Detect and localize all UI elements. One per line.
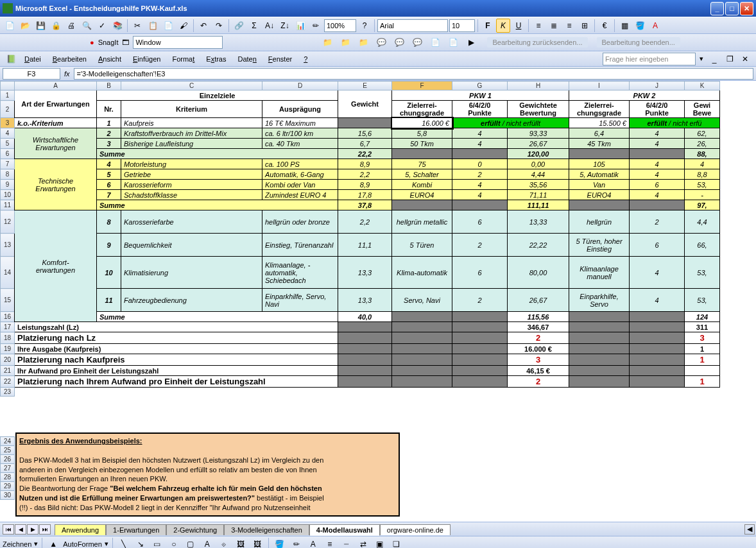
cell[interactable]: ca. 100 PS	[262, 159, 338, 169]
row-header[interactable]: 13	[1, 234, 15, 257]
picture-icon[interactable]: 🖼	[250, 537, 264, 549]
row-header[interactable]: 30	[1, 491, 15, 500]
cell[interactable]: Wirtschaftliche Erwartungen	[15, 128, 97, 159]
row-header[interactable]: 11	[1, 200, 15, 210]
col-header[interactable]: I	[569, 81, 630, 90]
snagit-target[interactable]	[133, 36, 223, 49]
fill-icon[interactable]: 🪣	[273, 537, 287, 549]
cell[interactable]: hellgrün	[569, 210, 630, 234]
line-icon[interactable]: ╲	[117, 537, 131, 549]
cell[interactable]: Zumindest EURO 4	[262, 190, 338, 200]
cell[interactable]: Zielerrei- chungsgrade	[569, 101, 630, 118]
cell[interactable]	[338, 332, 392, 344]
tb-icon[interactable]: ▶	[464, 35, 478, 49]
tb-icon[interactable]: 📄	[446, 35, 460, 49]
font-color-icon[interactable]: A	[648, 19, 662, 33]
cell[interactable]: 71,11	[508, 190, 569, 200]
cell[interactable]: Kombi	[392, 180, 452, 190]
3d-icon[interactable]: ❏	[390, 537, 404, 549]
cell[interactable]	[630, 354, 685, 366]
cut-icon[interactable]: ✂	[130, 19, 144, 33]
cell[interactable]: PKW 1	[392, 90, 569, 101]
cell[interactable]: Einparkhilfe, Servo	[569, 289, 630, 312]
cell[interactable]: Platzierung nach Kaufpreis	[15, 354, 338, 366]
tb-icon[interactable]: 💬	[410, 35, 424, 49]
cell[interactable]: 105	[569, 159, 630, 169]
cell[interactable]: 6/4/2/0 Punkte	[452, 101, 508, 118]
cell[interactable]: 15,6	[338, 128, 392, 139]
cell[interactable]: 45 Tkm	[569, 139, 630, 149]
cell[interactable]	[569, 344, 630, 354]
cell[interactable]	[452, 200, 508, 210]
col-header[interactable]: J	[630, 81, 685, 90]
cell[interactable]: 5,8	[392, 128, 452, 139]
cell[interactable]: 6,4	[569, 128, 630, 139]
cell[interactable]	[392, 322, 452, 332]
wordart-icon[interactable]: A	[200, 537, 214, 549]
cell[interactable]: 53,	[685, 180, 720, 190]
cell[interactable]: 53,	[685, 257, 720, 289]
cell[interactable]: Summe	[97, 200, 338, 210]
col-header[interactable]: C	[121, 81, 262, 90]
permission-icon[interactable]: 🔒	[49, 19, 63, 33]
shadow-icon[interactable]: ▣	[373, 537, 387, 549]
cell[interactable]: 0,00	[508, 159, 569, 169]
cell[interactable]	[392, 366, 452, 376]
cell[interactable]: 26,	[685, 139, 720, 149]
cell[interactable]: 4	[630, 128, 685, 139]
drawing-icon[interactable]: ✏	[309, 19, 323, 33]
cell[interactable]: 111,11	[508, 200, 569, 210]
cell[interactable]: 2	[508, 332, 569, 344]
cell[interactable]: -	[685, 190, 720, 200]
cell[interactable]: 1	[685, 376, 720, 388]
ask-question-box[interactable]	[603, 53, 696, 65]
sort-asc-icon[interactable]: A↓	[262, 19, 277, 33]
cell[interactable]: 120,00	[508, 149, 569, 159]
oval-icon[interactable]: ○	[167, 537, 181, 549]
row-header[interactable]: 7	[1, 159, 15, 169]
cell[interactable]	[630, 322, 685, 332]
cell[interactable]: 2,2	[338, 169, 392, 180]
cell[interactable]	[569, 149, 630, 159]
cell[interactable]: Ihre Ausgabe (Kaufpreis)	[15, 344, 338, 354]
cell[interactable]	[569, 200, 630, 210]
cell[interactable]: Automatik, 6-Gang	[262, 169, 338, 180]
close-button[interactable]: ✕	[740, 2, 753, 15]
tb-icon[interactable]: 📁	[356, 35, 370, 49]
cell[interactable]: 5 Türen	[392, 234, 452, 257]
cell[interactable]	[338, 366, 392, 376]
minimize-button[interactable]: _	[710, 2, 724, 15]
cell[interactable]	[338, 376, 392, 388]
research-icon[interactable]: 📚	[110, 19, 125, 33]
cell[interactable]	[452, 376, 508, 388]
cell[interactable]: Platzierung nach Ihrem Aufwand pro Einhe…	[15, 376, 338, 388]
col-header[interactable]: H	[508, 81, 569, 90]
cell[interactable]: 8	[97, 210, 121, 234]
menu-daten[interactable]: Daten	[232, 53, 261, 65]
cell[interactable]: 8,9	[338, 159, 392, 169]
cell[interactable]: 13,3	[338, 289, 392, 312]
copy-icon[interactable]: 📋	[146, 19, 160, 33]
cell[interactable]	[338, 354, 392, 366]
sheet-tab[interactable]: orgware-online.de	[380, 524, 451, 535]
menu-einfuegen[interactable]: Einfügen	[128, 53, 166, 65]
cell[interactable]: 4	[630, 257, 685, 289]
cell[interactable]: 2	[452, 289, 508, 312]
cell[interactable]: Einparkhilfe, Servo, Navi	[262, 289, 338, 312]
fx-icon[interactable]: fx	[64, 70, 70, 78]
cell[interactable]: Karosserieform	[121, 180, 262, 190]
cell[interactable]: 4	[630, 159, 685, 169]
cell[interactable]	[452, 366, 508, 376]
sheet-tab[interactable]: 1-Erwartungen	[106, 524, 166, 535]
diagram-icon[interactable]: ⟐	[217, 537, 231, 549]
menu-extras[interactable]: Extras	[201, 53, 231, 65]
menu-fenster[interactable]: Fenster	[263, 53, 297, 65]
col-header[interactable]: G	[452, 81, 508, 90]
cell[interactable]: Kraftstoffverbrauch im Drittel-Mix	[121, 128, 262, 139]
cell[interactable]: 4,44	[508, 169, 569, 180]
cell[interactable]: Karosseriefarbe	[121, 210, 262, 234]
review-end[interactable]: Bearbeitung beenden...	[597, 37, 680, 47]
cell[interactable]: 5, Automatik	[569, 169, 630, 180]
sheet-tab[interactable]: 2-Gewichtung	[166, 524, 224, 535]
italic-button[interactable]: K	[496, 19, 510, 33]
